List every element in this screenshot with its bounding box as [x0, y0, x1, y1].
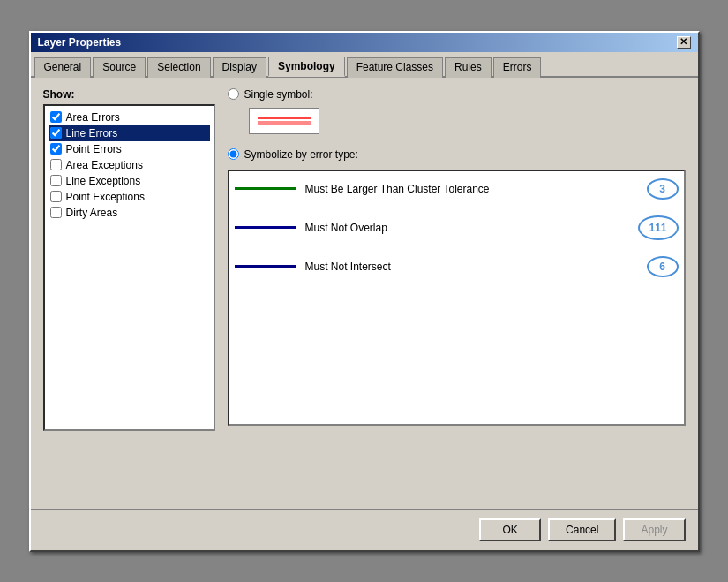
content-area: Show: Area ErrorsLine ErrorsPoint Errors… — [31, 78, 698, 442]
tab-feature-classes[interactable]: Feature Classes — [347, 57, 443, 78]
symbolize-by-error-row: Symbolize by error type: — [228, 148, 686, 161]
left-panel: Show: Area ErrorsLine ErrorsPoint Errors… — [43, 88, 215, 431]
error-list-section: Must Be Larger Than Cluster Tolerance3Mu… — [228, 170, 686, 426]
show-item-line-exceptions[interactable]: Line Exceptions — [49, 173, 210, 189]
error-line-symbol-2 — [235, 265, 296, 268]
count-badge-2: 6 — [647, 256, 679, 277]
show-item-area-exceptions[interactable]: Area Exceptions — [49, 157, 210, 173]
show-list: Area ErrorsLine ErrorsPoint ErrorsArea E… — [43, 104, 215, 431]
show-item-point-errors[interactable]: Point Errors — [49, 141, 210, 157]
checkbox-area-errors[interactable] — [50, 111, 62, 123]
error-line-symbol-0 — [235, 187, 296, 190]
show-item-label: Line Exceptions — [66, 175, 141, 187]
single-symbol-row: Single symbol: — [228, 88, 686, 101]
error-label-0: Must Be Larger Than Cluster Tolerance — [305, 183, 638, 195]
cancel-button[interactable]: Cancel — [548, 518, 616, 541]
show-item-line-errors[interactable]: Line Errors — [49, 125, 210, 141]
checkbox-area-exceptions[interactable] — [50, 159, 62, 170]
tab-display[interactable]: Display — [213, 57, 266, 78]
show-item-label: Area Exceptions — [66, 159, 143, 171]
show-item-label: Point Errors — [66, 143, 122, 155]
tab-rules[interactable]: Rules — [445, 57, 492, 78]
error-label-2: Must Not Intersect — [305, 261, 638, 273]
apply-button[interactable]: Apply — [623, 518, 685, 541]
count-badge-0: 3 — [647, 178, 679, 200]
checkbox-line-errors[interactable] — [50, 127, 62, 139]
error-row-2: Must Not Intersect6 — [235, 256, 679, 277]
error-row-1: Must Not Overlap111 — [235, 215, 679, 240]
show-item-point-exceptions[interactable]: Point Exceptions — [49, 189, 210, 205]
radio-group: Single symbol: Symbolize by error type: — [228, 88, 686, 161]
ok-button[interactable]: OK — [479, 518, 541, 541]
layer-properties-dialog: Layer Properties ✕ GeneralSourceSelectio… — [29, 31, 700, 552]
show-item-label: Line Errors — [66, 127, 118, 140]
footer: OK Cancel Apply — [31, 509, 698, 550]
show-item-dirty-areas[interactable]: Dirty Areas — [49, 205, 210, 221]
symbolize-by-error-radio[interactable] — [228, 148, 239, 160]
error-list-box: Must Be Larger Than Cluster Tolerance3Mu… — [228, 170, 686, 426]
tab-symbology[interactable]: Symbology — [268, 57, 345, 77]
tab-selection[interactable]: Selection — [147, 57, 210, 78]
error-row-0: Must Be Larger Than Cluster Tolerance3 — [235, 178, 679, 200]
error-label-1: Must Not Overlap — [305, 222, 629, 234]
tab-errors[interactable]: Errors — [493, 57, 542, 78]
right-panel: Single symbol: Symbolize by error type: … — [228, 88, 686, 431]
checkbox-dirty-areas[interactable] — [50, 207, 62, 218]
tab-general[interactable]: General — [34, 57, 92, 78]
single-symbol-radio[interactable] — [228, 88, 239, 100]
single-symbol-preview — [249, 108, 319, 134]
tabs-bar: GeneralSourceSelectionDisplaySymbologyFe… — [31, 52, 698, 78]
error-line-symbol-1 — [235, 226, 296, 229]
title-bar: Layer Properties ✕ — [31, 33, 698, 52]
show-label: Show: — [43, 88, 215, 101]
checkbox-point-errors[interactable] — [50, 143, 62, 155]
single-symbol-label: Single symbol: — [244, 88, 313, 101]
dialog-title: Layer Properties — [38, 36, 122, 49]
checkbox-line-exceptions[interactable] — [50, 175, 62, 186]
symbolize-by-error-label: Symbolize by error type: — [244, 148, 358, 161]
show-item-label: Area Errors — [66, 111, 120, 124]
count-badge-1: 111 — [638, 215, 679, 240]
show-item-label: Point Exceptions — [66, 191, 145, 203]
close-button[interactable]: ✕ — [677, 36, 691, 49]
show-item-area-errors[interactable]: Area Errors — [49, 110, 210, 125]
checkbox-point-exceptions[interactable] — [50, 191, 62, 202]
show-item-label: Dirty Areas — [66, 207, 118, 219]
tab-source[interactable]: Source — [93, 57, 146, 78]
